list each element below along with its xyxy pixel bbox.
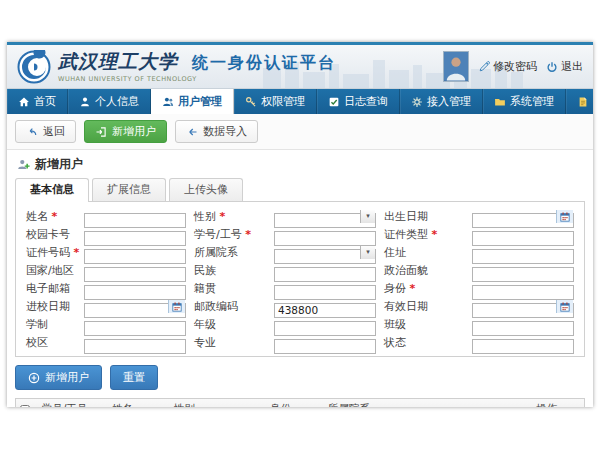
political-status-field [472,263,574,278]
change-password-link[interactable]: 修改密码 [478,59,537,74]
add-user-icon [95,126,107,138]
new-user-toolbar-button[interactable]: 新增用户 [84,120,167,143]
calendar-icon[interactable] [556,210,573,223]
campus-card-label: 校园卡号 [26,227,76,242]
calendar-icon[interactable] [168,300,185,313]
form-panel: 姓名 *性别 *▾出生日期 校园卡号 学号/工号 *证件类型 *证件号码 *所属… [15,201,585,357]
tab-label: 上传头像 [184,183,228,196]
campus-input[interactable] [84,339,186,354]
major-input[interactable] [274,339,376,354]
id-number-input[interactable] [84,249,186,264]
student-id-label: 学号/工号 * [194,227,266,242]
back-arrow-icon [26,126,38,138]
nav-item-home[interactable]: 首页 [7,89,68,114]
postal-code-label: 邮政编码 [194,299,266,314]
form-actions: 新增用户 重置 [7,357,593,396]
valid-date-label: 有效日期 [384,299,464,314]
native-place-field [274,281,376,296]
column-header: 操作 [532,399,584,407]
new-user-toolbar-label: 新增用户 [112,124,156,139]
university-name-en: WUHAN UNIVERSITY OF TECHNOLOGY [58,75,336,83]
nav-item-label: 接入管理 [427,94,471,109]
native-place-label: 籍贯 [194,281,266,296]
plus-circle-icon [28,372,40,384]
header: 武汉理工大学 统一身份认证平台 WUHAN UNIVERSITY OF TECH… [7,45,593,89]
entry-date-label: 进校日期 [26,299,76,314]
name-input[interactable] [84,213,186,228]
email-input[interactable] [84,285,186,300]
postal-code-input[interactable] [274,303,376,318]
nav-item-label: 用户管理 [178,94,222,109]
logout-link[interactable]: 退出 [546,59,583,74]
tab-basic-info[interactable]: 基本信息 [15,178,89,202]
section-header: 新增用户 [7,150,593,177]
nav-item-log-query[interactable]: 日志查询 [317,89,400,114]
address-input[interactable] [472,249,574,264]
reset-button[interactable]: 重置 [110,365,158,390]
submit-new-user-label: 新增用户 [45,370,89,385]
id-number-field [84,245,186,260]
class-label: 班级 [384,317,464,332]
data-import-label: 数据导入 [203,124,247,139]
major-field [274,335,376,350]
ethnicity-input[interactable] [274,267,376,282]
nav-item-subscription-mgmt[interactable]: 订阅管理 [566,89,593,114]
chevron-down-icon[interactable]: ▾ [360,210,375,223]
nav-item-label: 日志查询 [344,94,388,109]
title-block: 武汉理工大学 统一身份认证平台 WUHAN UNIVERSITY OF TECH… [58,51,336,83]
address-field [472,245,574,260]
nav-item-user-mgmt[interactable]: 用户管理 [151,89,234,114]
nav-bar: 首页个人信息用户管理权限管理日志查询接入管理系统管理订阅管理 [7,89,593,114]
submit-new-user-button[interactable]: 新增用户 [15,365,102,390]
column-header: 所属院系 [324,399,532,407]
select-all-checkbox[interactable] [20,405,30,407]
power-icon [546,61,558,73]
content-area: 返回 新增用户 数据导入 新增用户 基本信息扩展信息上传头像 [7,114,593,407]
data-import-button[interactable]: 数据导入 [175,120,258,143]
status-label: 状态 [384,335,464,350]
id-number-label: 证件号码 * [26,245,76,260]
nav-item-profile[interactable]: 个人信息 [68,89,151,114]
nav-item-access-mgmt[interactable]: 接入管理 [400,89,483,114]
avatar[interactable] [443,51,469,82]
system-icon [494,96,506,108]
political-status-label: 政治面貌 [384,263,464,278]
school-system-field [84,317,186,332]
nav-item-permission-mgmt[interactable]: 权限管理 [234,89,317,114]
campus-card-field [84,227,186,242]
log-icon [328,96,340,108]
chevron-down-icon[interactable]: ▾ [360,246,375,259]
tab-upload-avatar[interactable]: 上传头像 [169,178,243,202]
back-button[interactable]: 返回 [15,120,76,143]
native-place-input[interactable] [274,285,376,300]
student-id-input[interactable] [274,231,376,246]
class-field [472,317,574,332]
campus-card-input[interactable] [84,231,186,246]
pencil-icon [478,61,490,73]
grade-input[interactable] [274,321,376,336]
identity-label: 身份 * [384,281,464,296]
id-type-field [472,227,574,242]
calendar-icon[interactable] [556,300,573,313]
university-name: 武汉理工大学 [58,51,178,71]
class-input[interactable] [472,321,574,336]
status-input[interactable] [472,339,574,354]
country-region-input[interactable] [84,267,186,282]
nav-item-system-mgmt[interactable]: 系统管理 [483,89,566,114]
name-field [84,209,186,224]
toolbar: 返回 新增用户 数据导入 [7,114,593,150]
nav-item-label: 个人信息 [95,94,139,109]
person-plus-icon [17,158,30,171]
import-arrow-icon [186,126,198,138]
tab-bar: 基本信息扩展信息上传头像 [7,178,593,202]
required-asterisk: * [245,228,251,241]
nav-item-label: 首页 [34,94,56,109]
users-icon [162,96,174,108]
tab-extended-info[interactable]: 扩展信息 [92,178,166,202]
app-window: 武汉理工大学 统一身份认证平台 WUHAN UNIVERSITY OF TECH… [7,42,593,407]
major-label: 专业 [194,335,266,350]
school-system-input[interactable] [84,321,186,336]
id-type-input[interactable] [472,231,574,246]
identity-input[interactable] [472,285,574,300]
political-status-input[interactable] [472,267,574,282]
